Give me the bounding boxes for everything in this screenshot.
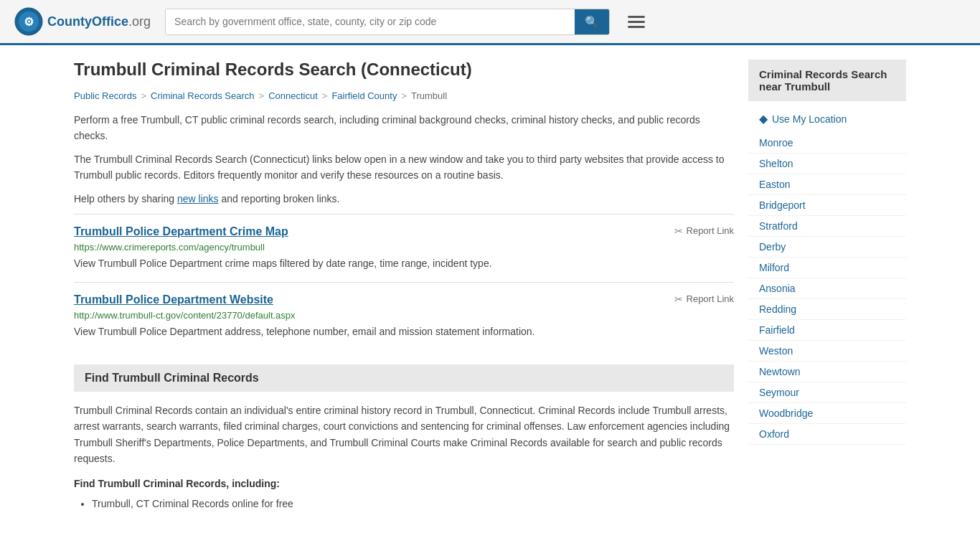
desc3-suffix: and reporting broken links.	[219, 193, 340, 204]
desc3-prefix: Help others by sharing	[74, 193, 177, 204]
bc-sep-3: >	[322, 90, 328, 101]
description-1: Perform a free Trumbull, CT public crimi…	[74, 112, 734, 144]
sidebar-link-seymour[interactable]: Seymour	[748, 382, 906, 403]
header: ⚙ CountyOffice.org 🔍	[0, 0, 980, 45]
description-2: The Trumbull Criminal Records Search (Co…	[74, 151, 734, 184]
breadcrumb-connecticut[interactable]: Connecticut	[268, 90, 318, 101]
sidebar-link-bridgeport[interactable]: Bridgeport	[748, 195, 906, 216]
bc-sep-1: >	[141, 90, 146, 101]
resource-2-report-label: Report Link	[687, 293, 734, 304]
sidebar-link-ansonia[interactable]: Ansonia	[748, 278, 906, 299]
sidebar-link-newtown[interactable]: Newtown	[748, 362, 906, 382]
breadcrumb: Public Records > Criminal Records Search…	[74, 90, 734, 101]
main-wrapper: Trumbull Criminal Records Search (Connec…	[60, 45, 920, 527]
search-button[interactable]: 🔍	[575, 9, 609, 34]
sidebar-link-oxford[interactable]: Oxford	[748, 424, 906, 445]
breadcrumb-criminal-records-search[interactable]: Criminal Records Search	[151, 90, 255, 101]
bullet-item-1: Trumbull, CT Criminal Records online for…	[92, 495, 734, 513]
resource-1-header: Trumbull Police Department Crime Map ✂ R…	[74, 225, 734, 238]
menu-bar-3	[628, 26, 645, 28]
breadcrumb-public-records[interactable]: Public Records	[74, 90, 136, 101]
sidebar-link-derby[interactable]: Derby	[748, 237, 906, 258]
bc-sep-2: >	[259, 90, 265, 101]
sidebar-link-milford[interactable]: Milford	[748, 258, 906, 278]
scissors-icon-2: ✂	[674, 293, 683, 305]
find-section-header: Find Trumbull Criminal Records	[74, 364, 734, 392]
resource-1-report-label: Report Link	[687, 225, 734, 236]
page-title: Trumbull Criminal Records Search (Connec…	[74, 60, 734, 80]
new-links[interactable]: new links	[177, 193, 219, 204]
svg-text:⚙: ⚙	[24, 16, 34, 28]
resource-2-report-btn[interactable]: ✂ Report Link	[674, 293, 734, 305]
resource-1-url: https://www.crimereports.com/agency/trum…	[74, 242, 734, 253]
resource-1: Trumbull Police Department Crime Map ✂ R…	[74, 214, 734, 282]
sidebar-link-shelton[interactable]: Shelton	[748, 154, 906, 174]
resource-2-header: Trumbull Police Department Website ✂ Rep…	[74, 293, 734, 306]
use-my-location[interactable]: ◆ Use My Location	[748, 108, 906, 133]
menu-bar-1	[628, 16, 645, 18]
logo-text: CountyOffice.org	[47, 14, 151, 29]
sidebar-link-weston[interactable]: Weston	[748, 341, 906, 362]
search-input[interactable]	[166, 9, 575, 34]
resource-2-url: http://www.trumbull-ct.gov/content/23770…	[74, 310, 734, 321]
menu-bar-2	[628, 21, 645, 23]
logo-icon: ⚙	[14, 7, 43, 36]
sidebar-link-stratford[interactable]: Stratford	[748, 216, 906, 237]
sidebar-link-easton[interactable]: Easton	[748, 174, 906, 195]
sidebar-link-woodbridge[interactable]: Woodbridge	[748, 403, 906, 424]
resource-2-title[interactable]: Trumbull Police Department Website	[74, 293, 273, 306]
find-section-body: Trumbull Criminal Records contain an ind…	[74, 402, 734, 467]
menu-button[interactable]	[624, 12, 649, 32]
sidebar-link-redding[interactable]: Redding	[748, 299, 906, 320]
find-bullets-list: Trumbull, CT Criminal Records online for…	[74, 495, 734, 513]
resource-2-desc: View Trumbull Police Department address,…	[74, 324, 734, 339]
resource-2: Trumbull Police Department Website ✂ Rep…	[74, 282, 734, 350]
description-3: Help others by sharing new links and rep…	[74, 191, 734, 207]
scissors-icon-1: ✂	[674, 225, 683, 237]
sidebar-link-monroe[interactable]: Monroe	[748, 133, 906, 154]
sidebar-link-fairfield[interactable]: Fairfield	[748, 320, 906, 341]
resource-1-desc: View Trumbull Police Department crime ma…	[74, 256, 734, 271]
resource-1-report-btn[interactable]: ✂ Report Link	[674, 225, 734, 237]
use-location-label: Use My Location	[772, 113, 847, 125]
sidebar: Criminal Records Search near Trumbull ◆ …	[748, 60, 906, 513]
content-area: Trumbull Criminal Records Search (Connec…	[74, 60, 734, 513]
sidebar-links: MonroeSheltonEastonBridgeportStratfordDe…	[748, 133, 906, 445]
search-bar: 🔍	[165, 9, 610, 35]
breadcrumb-fairfield-county[interactable]: Fairfield County	[331, 90, 397, 101]
location-pin-icon: ◆	[759, 112, 768, 126]
sidebar-header: Criminal Records Search near Trumbull	[748, 60, 906, 101]
search-icon: 🔍	[585, 16, 599, 28]
resource-1-title[interactable]: Trumbull Police Department Crime Map	[74, 225, 288, 238]
find-including-title: Find Trumbull Criminal Records, includin…	[74, 478, 734, 489]
logo[interactable]: ⚙ CountyOffice.org	[14, 7, 151, 36]
bc-sep-4: >	[401, 90, 407, 101]
breadcrumb-trumbull: Trumbull	[411, 90, 447, 101]
